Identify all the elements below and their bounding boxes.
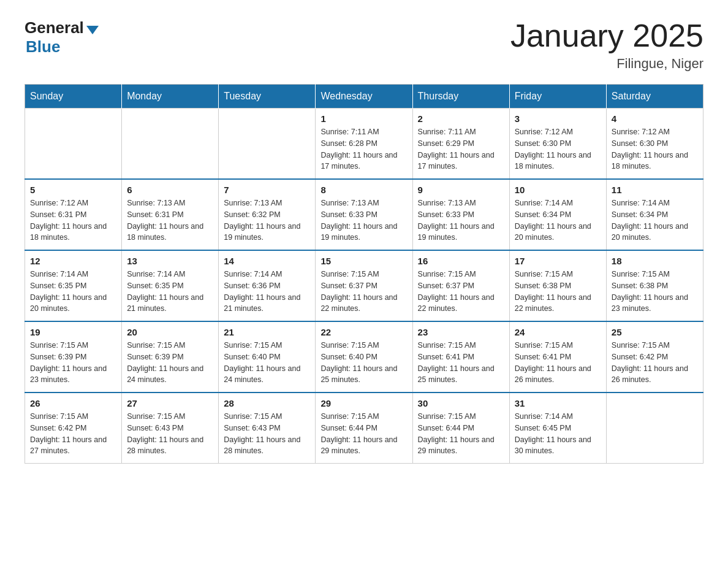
day-info: Sunrise: 7:15 AMSunset: 6:37 PMDaylight:… <box>320 269 407 315</box>
day-number: 25 <box>612 327 698 337</box>
day-info: Sunrise: 7:15 AMSunset: 6:42 PMDaylight:… <box>30 411 116 457</box>
day-number: 29 <box>320 398 407 408</box>
logo-general-text: General <box>25 18 84 37</box>
calendar-subtitle: Filingue, Niger <box>510 56 703 72</box>
calendar-cell: 20Sunrise: 7:15 AMSunset: 6:39 PMDayligh… <box>122 321 219 393</box>
calendar-cell: 24Sunrise: 7:15 AMSunset: 6:41 PMDayligh… <box>509 321 606 393</box>
day-number: 10 <box>515 185 601 195</box>
header-day-saturday: Saturday <box>606 85 703 109</box>
day-number: 28 <box>224 398 310 408</box>
day-info: Sunrise: 7:15 AMSunset: 6:39 PMDaylight:… <box>30 340 116 386</box>
day-info: Sunrise: 7:11 AMSunset: 6:28 PMDaylight:… <box>320 126 407 172</box>
day-info: Sunrise: 7:14 AMSunset: 6:34 PMDaylight:… <box>612 197 698 243</box>
day-number: 2 <box>418 113 504 124</box>
calendar-header: SundayMondayTuesdayWednesdayThursdayFrid… <box>25 85 703 109</box>
day-info: Sunrise: 7:13 AMSunset: 6:33 PMDaylight:… <box>320 197 407 243</box>
day-info: Sunrise: 7:13 AMSunset: 6:33 PMDaylight:… <box>418 197 504 243</box>
calendar-cell: 6Sunrise: 7:13 AMSunset: 6:31 PMDaylight… <box>122 179 219 250</box>
day-number: 24 <box>515 327 601 337</box>
logo-arrow-icon <box>86 26 99 34</box>
day-info: Sunrise: 7:15 AMSunset: 6:43 PMDaylight:… <box>224 411 310 457</box>
calendar-week-row: 19Sunrise: 7:15 AMSunset: 6:39 PMDayligh… <box>25 321 703 393</box>
day-info: Sunrise: 7:15 AMSunset: 6:37 PMDaylight:… <box>418 269 504 315</box>
day-info: Sunrise: 7:13 AMSunset: 6:32 PMDaylight:… <box>224 197 310 243</box>
calendar-cell: 3Sunrise: 7:12 AMSunset: 6:30 PMDaylight… <box>509 109 606 180</box>
day-number: 14 <box>224 256 310 266</box>
day-info: Sunrise: 7:15 AMSunset: 6:41 PMDaylight:… <box>515 340 601 386</box>
day-number: 4 <box>612 113 698 124</box>
calendar-cell: 22Sunrise: 7:15 AMSunset: 6:40 PMDayligh… <box>316 321 412 393</box>
header-day-tuesday: Tuesday <box>219 85 316 109</box>
header-day-sunday: Sunday <box>25 85 122 109</box>
calendar-cell: 14Sunrise: 7:14 AMSunset: 6:36 PMDayligh… <box>219 250 316 321</box>
day-number: 12 <box>30 256 116 266</box>
day-info: Sunrise: 7:15 AMSunset: 6:43 PMDaylight:… <box>127 411 213 457</box>
logo: General Blue <box>25 18 99 56</box>
day-number: 22 <box>320 327 407 337</box>
calendar-cell: 21Sunrise: 7:15 AMSunset: 6:40 PMDayligh… <box>219 321 316 393</box>
day-number: 15 <box>320 256 407 266</box>
calendar-title: January 2025 <box>510 18 703 53</box>
day-info: Sunrise: 7:15 AMSunset: 6:44 PMDaylight:… <box>320 411 407 457</box>
day-number: 21 <box>224 327 310 337</box>
calendar-cell: 29Sunrise: 7:15 AMSunset: 6:44 PMDayligh… <box>316 393 412 464</box>
calendar-body: 1Sunrise: 7:11 AMSunset: 6:28 PMDaylight… <box>25 109 703 464</box>
page-header: General Blue January 2025 Filingue, Nige… <box>25 18 703 72</box>
day-info: Sunrise: 7:15 AMSunset: 6:42 PMDaylight:… <box>612 340 698 386</box>
day-number: 31 <box>515 398 601 408</box>
header-row: SundayMondayTuesdayWednesdayThursdayFrid… <box>25 85 703 109</box>
day-info: Sunrise: 7:12 AMSunset: 6:30 PMDaylight:… <box>515 126 601 172</box>
calendar-cell: 30Sunrise: 7:15 AMSunset: 6:44 PMDayligh… <box>412 393 509 464</box>
day-info: Sunrise: 7:15 AMSunset: 6:44 PMDaylight:… <box>418 411 504 457</box>
day-number: 19 <box>30 327 116 337</box>
calendar-cell: 25Sunrise: 7:15 AMSunset: 6:42 PMDayligh… <box>606 321 703 393</box>
calendar-cell: 8Sunrise: 7:13 AMSunset: 6:33 PMDaylight… <box>316 179 412 250</box>
day-info: Sunrise: 7:15 AMSunset: 6:38 PMDaylight:… <box>515 269 601 315</box>
day-info: Sunrise: 7:15 AMSunset: 6:38 PMDaylight:… <box>612 269 698 315</box>
day-number: 23 <box>418 327 504 337</box>
calendar-cell: 12Sunrise: 7:14 AMSunset: 6:35 PMDayligh… <box>25 250 122 321</box>
day-info: Sunrise: 7:14 AMSunset: 6:35 PMDaylight:… <box>127 269 213 315</box>
calendar-cell: 7Sunrise: 7:13 AMSunset: 6:32 PMDaylight… <box>219 179 316 250</box>
calendar-cell: 16Sunrise: 7:15 AMSunset: 6:37 PMDayligh… <box>412 250 509 321</box>
day-info: Sunrise: 7:15 AMSunset: 6:39 PMDaylight:… <box>127 340 213 386</box>
calendar-cell: 5Sunrise: 7:12 AMSunset: 6:31 PMDaylight… <box>25 179 122 250</box>
calendar-week-row: 26Sunrise: 7:15 AMSunset: 6:42 PMDayligh… <box>25 393 703 464</box>
calendar-cell: 4Sunrise: 7:12 AMSunset: 6:30 PMDaylight… <box>606 109 703 180</box>
calendar-week-row: 1Sunrise: 7:11 AMSunset: 6:28 PMDaylight… <box>25 109 703 180</box>
calendar-cell: 23Sunrise: 7:15 AMSunset: 6:41 PMDayligh… <box>412 321 509 393</box>
calendar-week-row: 5Sunrise: 7:12 AMSunset: 6:31 PMDaylight… <box>25 179 703 250</box>
calendar-cell: 27Sunrise: 7:15 AMSunset: 6:43 PMDayligh… <box>122 393 219 464</box>
day-info: Sunrise: 7:14 AMSunset: 6:45 PMDaylight:… <box>515 411 601 457</box>
calendar-cell <box>122 109 219 180</box>
day-number: 7 <box>224 185 310 195</box>
calendar-cell: 17Sunrise: 7:15 AMSunset: 6:38 PMDayligh… <box>509 250 606 321</box>
day-info: Sunrise: 7:14 AMSunset: 6:35 PMDaylight:… <box>30 269 116 315</box>
calendar-cell: 11Sunrise: 7:14 AMSunset: 6:34 PMDayligh… <box>606 179 703 250</box>
calendar-cell: 18Sunrise: 7:15 AMSunset: 6:38 PMDayligh… <box>606 250 703 321</box>
calendar-table: SundayMondayTuesdayWednesdayThursdayFrid… <box>25 84 703 464</box>
calendar-cell: 28Sunrise: 7:15 AMSunset: 6:43 PMDayligh… <box>219 393 316 464</box>
day-number: 13 <box>127 256 213 266</box>
calendar-cell <box>606 393 703 464</box>
day-info: Sunrise: 7:12 AMSunset: 6:30 PMDaylight:… <box>612 126 698 172</box>
calendar-cell <box>219 109 316 180</box>
calendar-cell: 2Sunrise: 7:11 AMSunset: 6:29 PMDaylight… <box>412 109 509 180</box>
day-info: Sunrise: 7:14 AMSunset: 6:34 PMDaylight:… <box>515 197 601 243</box>
day-info: Sunrise: 7:15 AMSunset: 6:40 PMDaylight:… <box>320 340 407 386</box>
title-section: January 2025 Filingue, Niger <box>510 18 703 72</box>
day-number: 30 <box>418 398 504 408</box>
day-info: Sunrise: 7:13 AMSunset: 6:31 PMDaylight:… <box>127 197 213 243</box>
day-number: 11 <box>612 185 698 195</box>
day-number: 1 <box>320 113 407 124</box>
calendar-cell: 9Sunrise: 7:13 AMSunset: 6:33 PMDaylight… <box>412 179 509 250</box>
calendar-cell: 10Sunrise: 7:14 AMSunset: 6:34 PMDayligh… <box>509 179 606 250</box>
day-number: 18 <box>612 256 698 266</box>
day-info: Sunrise: 7:11 AMSunset: 6:29 PMDaylight:… <box>418 126 504 172</box>
calendar-cell <box>25 109 122 180</box>
day-number: 5 <box>30 185 116 195</box>
day-number: 8 <box>320 185 407 195</box>
calendar-cell: 13Sunrise: 7:14 AMSunset: 6:35 PMDayligh… <box>122 250 219 321</box>
header-day-friday: Friday <box>509 85 606 109</box>
calendar-week-row: 12Sunrise: 7:14 AMSunset: 6:35 PMDayligh… <box>25 250 703 321</box>
